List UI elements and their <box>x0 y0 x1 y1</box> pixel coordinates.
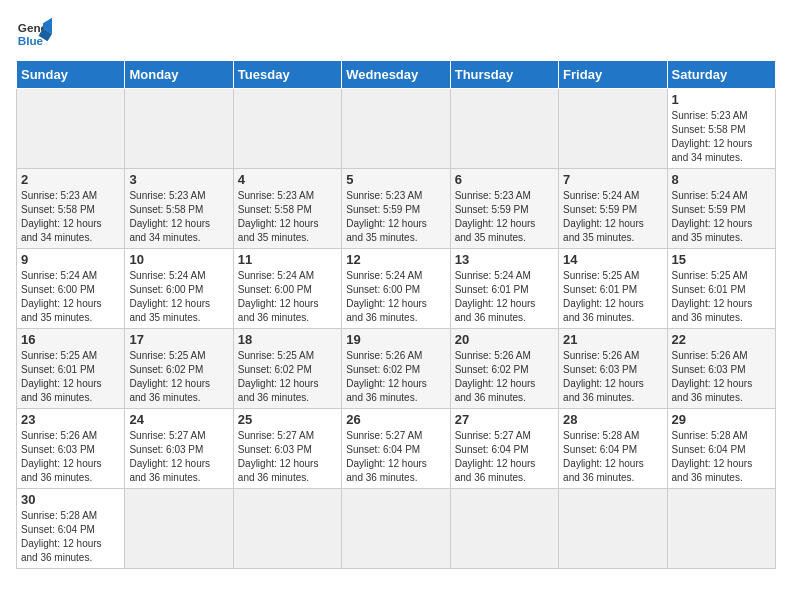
calendar-cell <box>342 489 450 569</box>
day-info: Sunrise: 5:25 AM Sunset: 6:02 PM Dayligh… <box>238 349 337 405</box>
day-number: 13 <box>455 252 554 267</box>
header: General Blue <box>16 16 776 52</box>
weekday-header-sunday: Sunday <box>17 61 125 89</box>
day-number: 14 <box>563 252 662 267</box>
calendar-cell: 3Sunrise: 5:23 AM Sunset: 5:58 PM Daylig… <box>125 169 233 249</box>
day-info: Sunrise: 5:28 AM Sunset: 6:04 PM Dayligh… <box>21 509 120 565</box>
day-number: 23 <box>21 412 120 427</box>
day-number: 21 <box>563 332 662 347</box>
calendar-cell <box>559 489 667 569</box>
calendar-cell: 28Sunrise: 5:28 AM Sunset: 6:04 PM Dayli… <box>559 409 667 489</box>
calendar-cell: 10Sunrise: 5:24 AM Sunset: 6:00 PM Dayli… <box>125 249 233 329</box>
calendar-cell <box>233 489 341 569</box>
calendar-cell: 2Sunrise: 5:23 AM Sunset: 5:58 PM Daylig… <box>17 169 125 249</box>
weekday-header-friday: Friday <box>559 61 667 89</box>
calendar-cell <box>125 89 233 169</box>
day-info: Sunrise: 5:24 AM Sunset: 5:59 PM Dayligh… <box>563 189 662 245</box>
day-number: 24 <box>129 412 228 427</box>
day-info: Sunrise: 5:23 AM Sunset: 5:58 PM Dayligh… <box>672 109 771 165</box>
day-number: 4 <box>238 172 337 187</box>
calendar-cell: 16Sunrise: 5:25 AM Sunset: 6:01 PM Dayli… <box>17 329 125 409</box>
day-info: Sunrise: 5:25 AM Sunset: 6:02 PM Dayligh… <box>129 349 228 405</box>
calendar-cell: 23Sunrise: 5:26 AM Sunset: 6:03 PM Dayli… <box>17 409 125 489</box>
calendar-cell <box>233 89 341 169</box>
day-number: 27 <box>455 412 554 427</box>
calendar-cell: 21Sunrise: 5:26 AM Sunset: 6:03 PM Dayli… <box>559 329 667 409</box>
day-info: Sunrise: 5:24 AM Sunset: 6:00 PM Dayligh… <box>129 269 228 325</box>
weekday-header-saturday: Saturday <box>667 61 775 89</box>
day-number: 26 <box>346 412 445 427</box>
day-number: 8 <box>672 172 771 187</box>
calendar-cell <box>125 489 233 569</box>
generalblue-logo-icon: General Blue <box>16 16 52 52</box>
day-number: 11 <box>238 252 337 267</box>
calendar-table: SundayMondayTuesdayWednesdayThursdayFrid… <box>16 60 776 569</box>
calendar-cell: 18Sunrise: 5:25 AM Sunset: 6:02 PM Dayli… <box>233 329 341 409</box>
day-info: Sunrise: 5:25 AM Sunset: 6:01 PM Dayligh… <box>21 349 120 405</box>
day-info: Sunrise: 5:23 AM Sunset: 5:58 PM Dayligh… <box>238 189 337 245</box>
calendar-cell: 9Sunrise: 5:24 AM Sunset: 6:00 PM Daylig… <box>17 249 125 329</box>
day-info: Sunrise: 5:23 AM Sunset: 5:58 PM Dayligh… <box>129 189 228 245</box>
calendar-cell <box>559 89 667 169</box>
calendar-cell: 30Sunrise: 5:28 AM Sunset: 6:04 PM Dayli… <box>17 489 125 569</box>
weekday-header-monday: Monday <box>125 61 233 89</box>
day-number: 28 <box>563 412 662 427</box>
day-info: Sunrise: 5:25 AM Sunset: 6:01 PM Dayligh… <box>563 269 662 325</box>
day-info: Sunrise: 5:24 AM Sunset: 6:01 PM Dayligh… <box>455 269 554 325</box>
calendar-cell: 22Sunrise: 5:26 AM Sunset: 6:03 PM Dayli… <box>667 329 775 409</box>
calendar-cell: 15Sunrise: 5:25 AM Sunset: 6:01 PM Dayli… <box>667 249 775 329</box>
day-number: 15 <box>672 252 771 267</box>
day-info: Sunrise: 5:23 AM Sunset: 5:59 PM Dayligh… <box>455 189 554 245</box>
day-info: Sunrise: 5:24 AM Sunset: 6:00 PM Dayligh… <box>21 269 120 325</box>
day-info: Sunrise: 5:26 AM Sunset: 6:03 PM Dayligh… <box>672 349 771 405</box>
day-number: 22 <box>672 332 771 347</box>
weekday-header-wednesday: Wednesday <box>342 61 450 89</box>
weekday-header-tuesday: Tuesday <box>233 61 341 89</box>
calendar-cell <box>342 89 450 169</box>
day-number: 20 <box>455 332 554 347</box>
calendar-cell: 12Sunrise: 5:24 AM Sunset: 6:00 PM Dayli… <box>342 249 450 329</box>
day-number: 1 <box>672 92 771 107</box>
calendar-cell: 6Sunrise: 5:23 AM Sunset: 5:59 PM Daylig… <box>450 169 558 249</box>
day-number: 16 <box>21 332 120 347</box>
day-number: 5 <box>346 172 445 187</box>
day-info: Sunrise: 5:26 AM Sunset: 6:02 PM Dayligh… <box>455 349 554 405</box>
day-number: 9 <box>21 252 120 267</box>
day-number: 30 <box>21 492 120 507</box>
calendar-cell <box>450 489 558 569</box>
calendar-cell: 27Sunrise: 5:27 AM Sunset: 6:04 PM Dayli… <box>450 409 558 489</box>
day-info: Sunrise: 5:27 AM Sunset: 6:04 PM Dayligh… <box>455 429 554 485</box>
day-info: Sunrise: 5:28 AM Sunset: 6:04 PM Dayligh… <box>672 429 771 485</box>
day-info: Sunrise: 5:24 AM Sunset: 6:00 PM Dayligh… <box>238 269 337 325</box>
calendar-cell: 25Sunrise: 5:27 AM Sunset: 6:03 PM Dayli… <box>233 409 341 489</box>
day-info: Sunrise: 5:27 AM Sunset: 6:03 PM Dayligh… <box>238 429 337 485</box>
day-info: Sunrise: 5:25 AM Sunset: 6:01 PM Dayligh… <box>672 269 771 325</box>
day-info: Sunrise: 5:28 AM Sunset: 6:04 PM Dayligh… <box>563 429 662 485</box>
calendar-cell <box>17 89 125 169</box>
day-number: 6 <box>455 172 554 187</box>
calendar-cell: 20Sunrise: 5:26 AM Sunset: 6:02 PM Dayli… <box>450 329 558 409</box>
calendar-cell: 19Sunrise: 5:26 AM Sunset: 6:02 PM Dayli… <box>342 329 450 409</box>
day-number: 29 <box>672 412 771 427</box>
day-number: 17 <box>129 332 228 347</box>
calendar-cell: 24Sunrise: 5:27 AM Sunset: 6:03 PM Dayli… <box>125 409 233 489</box>
day-info: Sunrise: 5:24 AM Sunset: 5:59 PM Dayligh… <box>672 189 771 245</box>
calendar-cell <box>667 489 775 569</box>
day-number: 2 <box>21 172 120 187</box>
day-number: 3 <box>129 172 228 187</box>
calendar-cell: 26Sunrise: 5:27 AM Sunset: 6:04 PM Dayli… <box>342 409 450 489</box>
day-info: Sunrise: 5:26 AM Sunset: 6:03 PM Dayligh… <box>21 429 120 485</box>
day-info: Sunrise: 5:27 AM Sunset: 6:03 PM Dayligh… <box>129 429 228 485</box>
day-info: Sunrise: 5:27 AM Sunset: 6:04 PM Dayligh… <box>346 429 445 485</box>
day-number: 19 <box>346 332 445 347</box>
calendar-cell: 4Sunrise: 5:23 AM Sunset: 5:58 PM Daylig… <box>233 169 341 249</box>
day-number: 18 <box>238 332 337 347</box>
day-info: Sunrise: 5:23 AM Sunset: 5:58 PM Dayligh… <box>21 189 120 245</box>
day-info: Sunrise: 5:24 AM Sunset: 6:00 PM Dayligh… <box>346 269 445 325</box>
day-info: Sunrise: 5:26 AM Sunset: 6:03 PM Dayligh… <box>563 349 662 405</box>
calendar-cell: 29Sunrise: 5:28 AM Sunset: 6:04 PM Dayli… <box>667 409 775 489</box>
calendar-cell: 14Sunrise: 5:25 AM Sunset: 6:01 PM Dayli… <box>559 249 667 329</box>
weekday-header-thursday: Thursday <box>450 61 558 89</box>
logo: General Blue <box>16 16 52 52</box>
calendar-cell: 8Sunrise: 5:24 AM Sunset: 5:59 PM Daylig… <box>667 169 775 249</box>
